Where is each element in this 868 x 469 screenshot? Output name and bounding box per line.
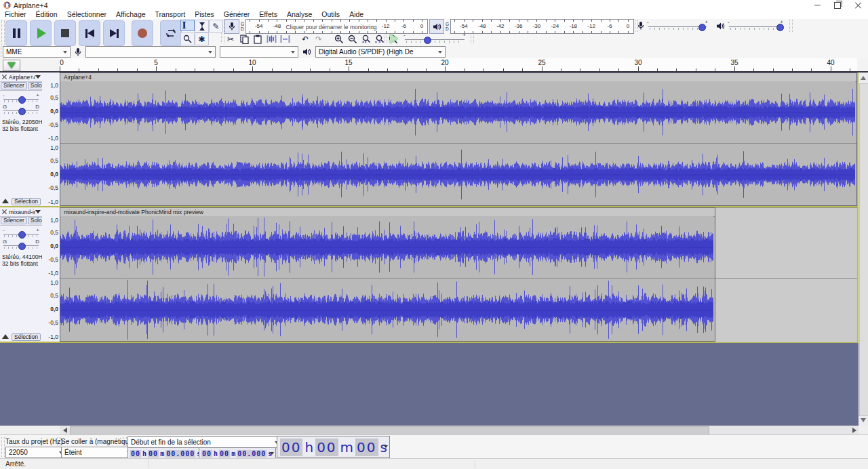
pan-slider[interactable]: G D [3,239,39,250]
seconds-value[interactable]: 00.000 [237,450,267,457]
collapse-track-icon[interactable] [2,199,9,203]
paste-button[interactable] [252,34,264,45]
position-minutes[interactable]: 00 [315,439,338,456]
menu-item-2[interactable]: Sélectionner [62,10,111,19]
track-control-panel[interactable]: Airplane+4 Silencer Solo - + G D [0,73,42,206]
audio-clip[interactable]: Airplane+4 [60,73,857,206]
gain-thumb[interactable] [18,96,26,104]
menu-item-9[interactable]: Outils [317,10,344,19]
recording-meter-scale[interactable]: Cliquer pour démarrer le monitoring -54-… [245,19,428,34]
selection-tool-button[interactable]: I [180,20,195,31]
audio-clip[interactable]: mixaund-inspire-and-motivate PhonicMind … [60,207,715,342]
mute-button[interactable]: Silencer [1,217,27,224]
empty-track-background[interactable] [715,207,857,342]
waveform-channel-left[interactable] [60,81,855,143]
skip-to-end-button[interactable] [103,20,125,46]
zoom-to-selection-button[interactable] [360,34,372,45]
waveform-channel-right[interactable] [60,144,855,205]
track-name[interactable]: mixaund-ins [9,209,35,216]
track-control-panel[interactable]: mixaund-ins Silencer Solo - + G D [0,207,42,342]
menu-item-6[interactable]: Générer [219,10,255,19]
gain-slider[interactable]: - + [3,228,39,239]
play-at-speed-button[interactable] [388,33,400,44]
minimize-button[interactable] [807,0,827,10]
vertical-scrollbar-thumb[interactable] [859,83,868,416]
position-hours[interactable]: 00 [280,439,302,456]
track-selection-button[interactable]: Sélection [12,333,41,341]
playback-meter-scale[interactable]: -54-48-42-36-30-24-18-12-60 [450,19,634,34]
vertical-scale[interactable]: 1,0 0,5 0,0 -0,5 -1,0 1,0 0,5 0,0 -0,5 -… [42,73,60,206]
recording-channels-select[interactable] [220,46,298,58]
redo-button[interactable]: ↷ [313,34,325,45]
playback-device-select[interactable]: Digital Audio (S/PDIF) (High De [315,46,446,58]
track-selection-button[interactable]: Sélection [12,198,41,205]
selection-mode-select[interactable]: Début et fin de la sélection [127,436,282,448]
playback-meter[interactable]: GD -54-48-42-36-30-24-18-12-60 [429,20,634,33]
menu-item-7[interactable]: Effets [254,10,282,19]
scroll-right-icon[interactable] [852,428,856,433]
playback-volume-slider[interactable]: - + [728,20,783,31]
audio-host-select[interactable]: MME [3,46,71,58]
seconds-value[interactable]: 00.000 [165,450,195,457]
horizontal-scrollbar[interactable] [0,426,868,434]
menu-item-4[interactable]: Transport [151,10,191,19]
recording-volume-thumb[interactable] [698,24,706,31]
collapse-track-icon[interactable] [2,334,9,339]
trim-outside-selection-button[interactable] [265,34,277,45]
minutes-value[interactable]: 00 [219,450,230,457]
skip-to-start-button[interactable] [79,20,100,46]
close-button[interactable] [848,0,868,10]
playback-speed-thumb[interactable] [424,37,431,44]
hours-value[interactable]: 00 [130,450,141,457]
zoom-tool-button[interactable] [180,33,195,45]
close-track-icon[interactable] [2,209,7,214]
recording-meter[interactable]: GD Cliquer pour démarrer le monitoring -… [224,20,428,33]
menu-item-5[interactable]: Pistes [190,10,219,19]
draw-tool-button[interactable]: ✎ [209,20,223,33]
menu-item-3[interactable]: Affichage [111,10,151,19]
scroll-down-icon[interactable] [861,418,866,422]
pan-thumb[interactable] [18,243,26,250]
undo-button[interactable]: ↶ [299,34,311,45]
recording-volume-slider[interactable]: - + [647,20,708,31]
fit-project-button[interactable] [374,34,386,45]
position-seconds[interactable]: 00 [355,439,378,456]
mute-button[interactable]: Silencer [1,82,27,89]
playback-speed-slider[interactable]: - + [403,33,466,44]
multi-tool-button[interactable]: ✱ [195,33,209,45]
menu-item-0[interactable]: Fichier [0,10,31,19]
record-meter-button[interactable] [224,19,239,34]
zoom-in-button[interactable] [333,34,345,45]
scroll-up-icon[interactable] [861,76,866,80]
timeline-options-button[interactable] [3,60,20,71]
envelope-tool-button[interactable] [195,20,209,33]
track-menu-chevron-icon[interactable] [35,75,41,79]
menu-item-1[interactable]: Édition [31,10,62,19]
waveform-channel-right[interactable] [60,279,713,341]
snap-to-select[interactable]: Éteint [61,447,134,458]
menu-item-8[interactable]: Analyse [282,10,317,19]
recording-device-select[interactable] [85,46,216,58]
track-name[interactable]: Airplane+4 [9,74,35,81]
gain-slider[interactable]: - + [3,93,39,104]
playback-volume-thumb[interactable] [776,24,784,31]
monitoring-hint-text[interactable]: Cliquer pour démarrer le monitoring [285,24,376,30]
project-rate-select[interactable]: 22050 [5,447,66,458]
pan-thumb[interactable] [18,108,26,115]
loop-button[interactable] [160,20,182,46]
chevron-down-icon[interactable] [270,452,274,455]
gain-thumb[interactable] [18,231,26,239]
zoom-out-button[interactable] [347,34,359,45]
hours-value[interactable]: 00 [201,450,212,457]
pan-slider[interactable]: G D [3,104,39,115]
minutes-value[interactable]: 00 [148,450,159,457]
restore-button[interactable] [827,0,848,10]
vertical-scrollbar[interactable] [859,73,868,426]
pause-button[interactable] [5,20,27,46]
close-track-icon[interactable] [2,75,7,79]
record-button[interactable] [132,20,153,46]
stop-button[interactable] [54,20,76,46]
audio-position-display[interactable]: 00 h 00 m 00 s [277,436,390,458]
waveform-channel-left[interactable] [60,216,713,278]
vertical-scale[interactable]: 1,0 0,5 0,0 -0,5 -1,0 1,0 0,5 0,0 -0,5 -… [42,207,60,342]
